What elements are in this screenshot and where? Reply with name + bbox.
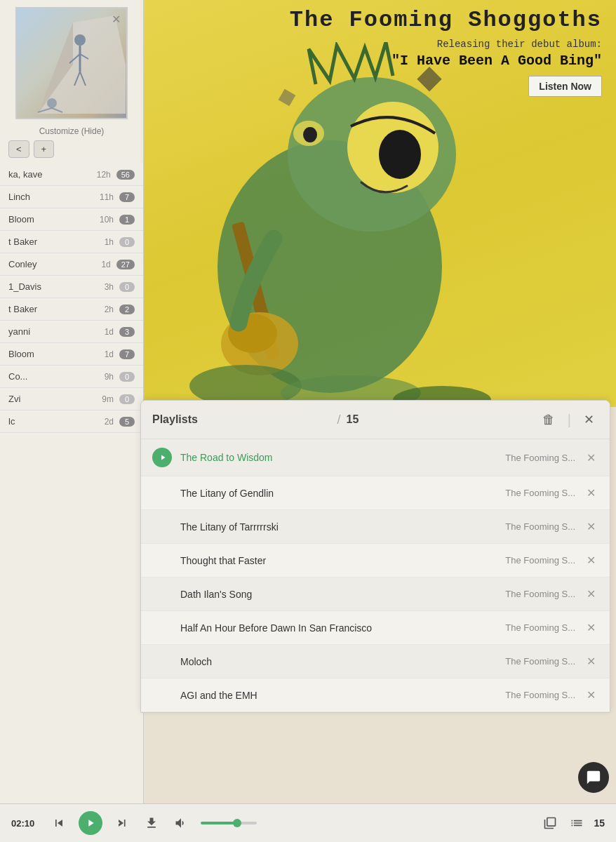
ad-background: The Fooming Shoggoths Releasing their de… [140, 0, 616, 407]
playlist-row: Thought that Faster The Fooming S... ✕ [141, 544, 610, 577]
sidebar-item-name: t Baker [8, 236, 105, 247]
track-artist: The Fooming S... [505, 690, 575, 700]
header-separator: | [568, 412, 571, 428]
chat-support-bubble[interactable] [578, 762, 609, 793]
track-remove-button[interactable]: ✕ [584, 653, 598, 669]
playlist-count: 15 [347, 413, 359, 426]
svg-rect-13 [279, 89, 296, 107]
track-remove-button[interactable]: ✕ [584, 687, 598, 703]
track-remove-button[interactable]: ✕ [584, 450, 598, 466]
track-artist: The Fooming S... [505, 589, 575, 599]
playlist-row: Half An Hour Before Dawn In San Francisc… [141, 611, 610, 645]
prev-button[interactable] [49, 815, 69, 831]
volume-slider[interactable] [201, 822, 257, 824]
album-art: ✕ [15, 7, 128, 119]
sidebar-item-badge: 0 [119, 282, 135, 292]
sidebar-item[interactable]: t Baker 2h 2 [0, 298, 143, 321]
sidebar-item-badge: 0 [119, 394, 135, 404]
playlist-row: The Road to Wisdom The Fooming S... ✕ [141, 439, 610, 476]
sidebar-item-time: 1d [101, 260, 110, 269]
track-title: AGI and the EMH [180, 690, 505, 701]
sidebar-item-name: Bloom [8, 214, 100, 225]
sidebar-item[interactable]: Co... 9h 0 [0, 366, 143, 388]
sidebar-item[interactable]: lc 2d 5 [0, 410, 143, 433]
sidebar-item[interactable]: ka, kave 12h 56 [0, 163, 143, 186]
sidebar-item-name: Co... [8, 371, 105, 382]
track-remove-button[interactable]: ✕ [584, 586, 598, 602]
track-remove-button[interactable]: ✕ [584, 552, 598, 568]
header-actions: 🗑 | ✕ [538, 410, 598, 429]
track-title: Dath Ilan's Song [180, 589, 505, 600]
svg-point-5 [303, 127, 317, 142]
sidebar-item[interactable]: Bloom 10h 1 [0, 208, 143, 231]
sidebar-item-time: 2d [105, 417, 114, 427]
sidebar-item-name: 1_Davis [8, 281, 105, 292]
left-sidebar: ✕ Customize (Hide) < + ka, kave 12h 56 L… [0, 0, 144, 803]
track-artist: The Fooming S... [505, 488, 575, 498]
sidebar-item-time: 11h [100, 192, 114, 202]
sidebar-back-button[interactable]: < [8, 140, 29, 158]
track-artist: The Fooming S... [505, 622, 575, 633]
sidebar-item[interactable]: yanni 1d 3 [0, 321, 143, 343]
playlist-delete-button[interactable]: 🗑 [538, 411, 559, 429]
player-bar: 02:10 [0, 803, 616, 842]
sidebar-item-time: 9m [102, 394, 114, 404]
sidebar-item[interactable]: Bloom 1d 7 [0, 343, 143, 366]
next-button[interactable] [112, 815, 132, 831]
playlist-tracks: The Road to Wisdom The Fooming S... ✕ Th… [141, 439, 610, 712]
sidebar-item-name: t Baker [8, 304, 105, 314]
svg-point-17 [74, 34, 86, 46]
sidebar-item-badge: 7 [119, 349, 135, 359]
band-name: The Fooming Shoggoths [290, 7, 602, 33]
customize-link[interactable]: Customize (Hide) [0, 126, 143, 136]
sidebar-item-time: 1d [105, 349, 114, 359]
sidebar-add-button[interactable]: + [34, 140, 55, 158]
sidebar-item-time: 1h [105, 237, 114, 247]
sidebar-item-time: 3h [105, 282, 114, 292]
listen-now-button[interactable]: Listen Now [528, 76, 602, 97]
download-button[interactable] [142, 815, 161, 831]
playlist-panel: Playlists / 15 🗑 | ✕ The Road to Wisdom … [140, 400, 610, 713]
player-right-controls: 15 [540, 815, 605, 831]
queue-button[interactable] [540, 815, 560, 831]
playlist-title: Playlists [152, 413, 332, 426]
track-title: The Litany of Tarrrrrski [180, 521, 505, 533]
track-play-button[interactable] [152, 448, 172, 467]
sidebar-item-badge: 56 [116, 170, 135, 180]
sidebar-item[interactable]: 1_Davis 3h 0 [0, 276, 143, 298]
sidebar-item-badge: 1 [119, 215, 135, 225]
track-title: The Road to Wisdom [180, 452, 505, 463]
track-remove-button[interactable]: ✕ [584, 519, 598, 535]
track-remove-button[interactable]: ✕ [584, 485, 598, 501]
playlist-view-button[interactable] [567, 815, 587, 831]
playlist-divider: / [337, 413, 341, 427]
sidebar-item-time: 1d [105, 327, 114, 337]
track-artist: The Fooming S... [505, 453, 575, 463]
track-artist: The Fooming S... [505, 555, 575, 566]
sidebar-item-time: 2h [105, 305, 114, 314]
playlist-row: Dath Ilan's Song The Fooming S... ✕ [141, 577, 610, 611]
playlist-row: The Litany of Gendlin The Fooming S... ✕ [141, 476, 610, 510]
sidebar-controls: < + [0, 140, 143, 158]
player-time: 02:10 [11, 818, 39, 829]
sidebar-item-badge: 7 [119, 192, 135, 202]
sidebar-item-badge: 0 [119, 372, 135, 382]
play-pause-button[interactable] [79, 811, 102, 835]
album-art-close-button[interactable]: ✕ [112, 13, 121, 26]
sidebar-item[interactable]: t Baker 1h 0 [0, 231, 143, 253]
sidebar-item-name: Zvi [8, 394, 102, 404]
sidebar-item-badge: 0 [119, 237, 135, 247]
playlist-close-button[interactable]: ✕ [580, 410, 598, 429]
svg-point-3 [379, 130, 421, 179]
volume-button[interactable] [171, 815, 191, 831]
sidebar-item-badge: 5 [119, 417, 135, 427]
sidebar-item[interactable]: Conley 1d 27 [0, 253, 143, 276]
sidebar-item[interactable]: Linch 11h 7 [0, 186, 143, 208]
track-remove-button[interactable]: ✕ [584, 620, 598, 636]
track-title: Half An Hour Before Dawn In San Francisc… [180, 622, 505, 634]
sidebar-item[interactable]: Zvi 9m 0 [0, 388, 143, 410]
svg-rect-12 [417, 67, 441, 91]
sidebar-item-time: 12h [97, 170, 111, 180]
sidebar-item-name: Conley [8, 259, 101, 269]
sidebar-item-time: 10h [100, 215, 114, 225]
